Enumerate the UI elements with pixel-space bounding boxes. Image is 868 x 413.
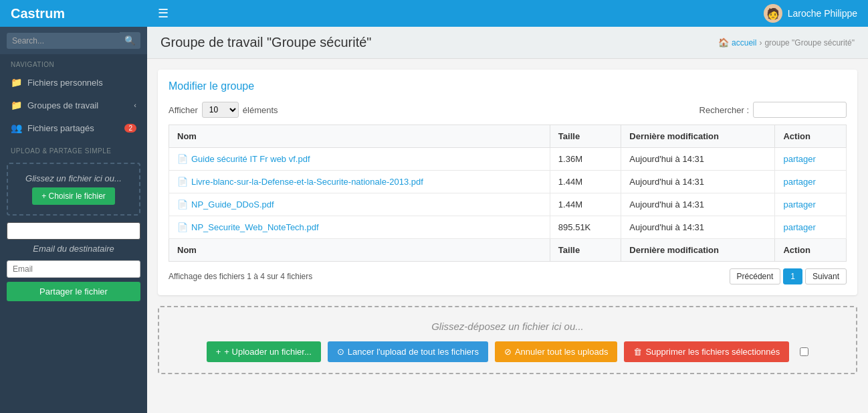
file-name-cell: 📄 NP_Guide_DDoS.pdf (169, 193, 550, 216)
badge: 2 (124, 124, 136, 133)
choose-file-button[interactable]: + Choisir le fichier (32, 187, 115, 205)
sidebar-item-label: Fichiers partagés (27, 123, 94, 133)
file-action-cell: partager (775, 148, 847, 171)
file-name-cell: 📄 NP_Securite_Web_NoteTech.pdf (169, 216, 550, 239)
home-icon: 🏠 (718, 37, 729, 48)
file-link[interactable]: 📄 NP_Securite_Web_NoteTech.pdf (177, 222, 542, 232)
topbar: ☰ 🧑 Laroche Philippe (147, 0, 868, 27)
search-input[interactable] (7, 33, 121, 49)
user-area: 🧑 Laroche Philippe (764, 4, 857, 23)
email-input[interactable] (7, 260, 140, 278)
folder-icon: 📁 (11, 77, 22, 88)
partager-link[interactable]: partager (783, 177, 815, 187)
foot-col-modified: Dernière modification (621, 239, 775, 262)
sidebar-item-label: Groupes de travail (27, 100, 98, 110)
sidebar: Castrum 🔍 NAVIGATION 📁 Fichiers personne… (0, 0, 147, 413)
search-area: Rechercher : (699, 102, 847, 118)
col-action: Action (775, 125, 847, 148)
table-search-input[interactable] (753, 102, 847, 118)
file-size-cell: 1.44M (550, 171, 621, 193)
pdf-icon: 📄 (177, 222, 188, 232)
pagination-info: Affichage des fichiers 1 à 4 sur 4 fichi… (169, 272, 312, 281)
upload-file-button[interactable]: + + Uploader un fichier... (207, 341, 321, 362)
table-row: 📄 Livre-blanc-sur-la-Defense-et-la-Secur… (169, 171, 847, 193)
upload-icon: + (216, 347, 221, 357)
sidebar-drop-text: Glissez un fichier ici ou... (13, 173, 134, 183)
main-card: Modifier le groupe Afficher 10 25 50 100… (158, 70, 857, 295)
pagination-buttons: Précédent 1 Suivant (730, 268, 847, 284)
file-name-cell: 📄 Livre-blanc-sur-la-Defense-et-la-Secur… (169, 171, 550, 193)
show-select[interactable]: 10 25 50 100 (202, 102, 239, 118)
sidebar-item-fichiers-personnels[interactable]: 📁 Fichiers personnels (0, 71, 147, 94)
elements-label: éléments (243, 105, 278, 115)
file-link[interactable]: 📄 Guide sécurité IT Fr web vf.pdf (177, 154, 542, 164)
pdf-icon: 📄 (177, 199, 188, 210)
table-row: 📄 Guide sécurité IT Fr web vf.pdf 1.36M … (169, 148, 847, 171)
file-size-cell: 1.36M (550, 148, 621, 171)
sidebar-item-label: Fichiers personnels (27, 78, 103, 88)
sidebar-upload-box: Glissez un fichier ici ou... + Choisir l… (7, 163, 140, 216)
share-button[interactable]: Partager le fichier (7, 282, 140, 301)
show-entries-area: Afficher 10 25 50 100 éléments (169, 102, 278, 118)
file-action-cell: partager (775, 171, 847, 193)
search-button[interactable]: 🔍 (120, 32, 140, 49)
cancel-uploads-button[interactable]: ⊘ Annuler tout les uploads (495, 341, 617, 362)
sidebar-search-area: 🔍 (0, 27, 147, 54)
shared-icon: 👥 (11, 122, 22, 133)
email-label: Email du destinataire (7, 244, 140, 254)
app-logo: Castrum (0, 0, 147, 27)
sidebar-item-groupes-de-travail[interactable]: 📁 Groupes de travail ‹ (0, 94, 147, 116)
table-controls: Afficher 10 25 50 100 éléments Recherche… (169, 102, 847, 118)
page-1-button[interactable]: 1 (783, 268, 802, 284)
progress-bar-area (7, 222, 140, 240)
cancel-icon: ⊘ (504, 347, 512, 357)
breadcrumb-current: groupe "Groupe sécurité" (764, 38, 855, 48)
foot-col-nom: Nom (169, 239, 550, 262)
files-table: Nom Taille Dernière modification Action … (169, 125, 847, 262)
file-size-cell: 895.51K (550, 216, 621, 239)
search-label: Rechercher : (699, 105, 749, 115)
file-action-cell: partager (775, 216, 847, 239)
table-row: 📄 NP_Guide_DDoS.pdf 1.44M Aujourd'hui à … (169, 193, 847, 216)
select-all-checkbox[interactable] (800, 347, 808, 356)
next-button[interactable]: Suivant (805, 268, 847, 284)
email-input-wrapper (7, 222, 140, 240)
trash-icon: 🗑 (633, 347, 642, 357)
main-content: ☰ 🧑 Laroche Philippe Groupe de travail "… (147, 0, 868, 413)
file-link[interactable]: 📄 NP_Guide_DDoS.pdf (177, 199, 542, 210)
user-avatar: 🧑 (764, 4, 782, 23)
partager-link[interactable]: partager (783, 222, 815, 232)
foot-col-action: Action (775, 239, 847, 262)
card-title: Modifier le groupe (169, 80, 847, 92)
page-header: Groupe de travail "Groupe sécurité" 🏠 ac… (147, 27, 868, 59)
drop-zone-buttons: + + Uploader un fichier... ⊙ Lancer l'up… (170, 341, 845, 362)
email-field-wrapper (7, 260, 140, 278)
partager-link[interactable]: partager (783, 154, 815, 164)
breadcrumb-home[interactable]: accueil (732, 38, 756, 48)
page-title: Groupe de travail "Groupe sécurité" (160, 35, 371, 50)
show-label: Afficher (169, 105, 198, 115)
file-link[interactable]: 📄 Livre-blanc-sur-la-Defense-et-la-Secur… (177, 177, 542, 187)
prev-button[interactable]: Précédent (730, 268, 781, 284)
main-drop-zone: Glissez-déposez un fichier ici ou... + +… (158, 306, 857, 374)
file-modified-cell: Aujourd'hui à 14:31 (621, 148, 775, 171)
file-modified-cell: Aujourd'hui à 14:31 (621, 193, 775, 216)
nav-section-label: NAVIGATION (0, 54, 147, 71)
delete-selected-button[interactable]: 🗑 Supprimer les fichiers sélectionnés (624, 341, 789, 362)
col-nom: Nom (169, 125, 550, 148)
launch-icon: ⊙ (337, 347, 344, 357)
upload-section-label: UPLOAD & PARTAGE SIMPLE (0, 139, 147, 157)
foot-col-taille: Taille (550, 239, 621, 262)
file-modified-cell: Aujourd'hui à 14:31 (621, 171, 775, 193)
launch-upload-button[interactable]: ⊙ Lancer l'upload de tout les fichiers (328, 341, 488, 362)
hamburger-menu-icon[interactable]: ☰ (158, 6, 169, 21)
partager-link[interactable]: partager (783, 199, 815, 210)
sidebar-item-fichiers-partages[interactable]: 👥 Fichiers partagés 2 (0, 116, 147, 139)
pagination-area: Affichage des fichiers 1 à 4 sur 4 fichi… (169, 268, 847, 284)
table-row: 📄 NP_Securite_Web_NoteTech.pdf 895.51K A… (169, 216, 847, 239)
folder-icon: 📁 (11, 100, 22, 110)
drop-zone-text: Glissez-déposez un fichier ici ou... (170, 321, 845, 332)
breadcrumb: 🏠 accueil › groupe "Groupe sécurité" (718, 37, 855, 48)
col-taille: Taille (550, 125, 621, 148)
chevron-left-icon: ‹ (134, 101, 136, 109)
